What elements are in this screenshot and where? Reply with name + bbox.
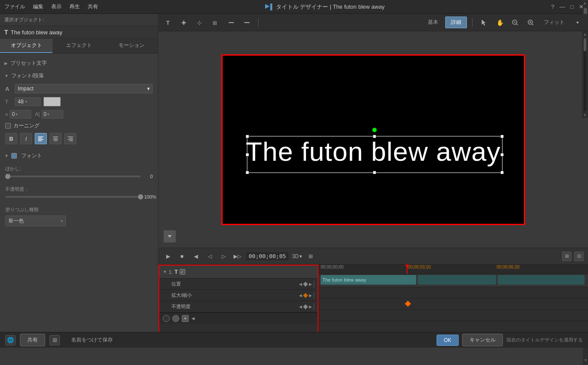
- minimize-button[interactable]: —: [559, 3, 565, 10]
- preview-scroll-thumb[interactable]: [584, 38, 586, 51]
- share-button[interactable]: 共有: [20, 334, 45, 346]
- 3d-mode-toggle[interactable]: 3D ▾: [292, 253, 302, 259]
- preset-section-header[interactable]: ▶ プリセット文字: [0, 57, 158, 70]
- text-tool-button[interactable]: T: [163, 17, 175, 29]
- save-as-button[interactable]: 名前をつけて保存: [64, 334, 120, 346]
- add-object-button[interactable]: ✚: [178, 17, 191, 29]
- menu-file[interactable]: ファイル: [4, 3, 25, 10]
- track-block-ext2[interactable]: [498, 275, 585, 285]
- tool5-button[interactable]: [225, 17, 237, 29]
- window-controls: ? — □ ✕: [551, 3, 584, 10]
- opacity-slider[interactable]: [5, 196, 141, 198]
- svg-text:⊞: ⊞: [213, 20, 217, 26]
- help-button[interactable]: ?: [551, 3, 554, 10]
- track-block-ext1[interactable]: [418, 275, 496, 285]
- select-tool-button[interactable]: [478, 17, 490, 29]
- stop-button[interactable]: ■: [177, 251, 187, 262]
- font-size-control[interactable]: 48 ▾: [15, 97, 41, 106]
- layer-expand-arrow[interactable]: ▼: [163, 269, 169, 274]
- mute-button[interactable]: [172, 315, 179, 322]
- tab-effect[interactable]: エフェクト: [53, 39, 105, 53]
- kerning-checkbox[interactable]: [5, 123, 11, 129]
- copy-icon-button[interactable]: ⊞: [49, 335, 60, 345]
- timecode-display[interactable]: 00;00;00;05: [246, 252, 289, 260]
- prev-frame-button[interactable]: ◀: [191, 251, 201, 262]
- property-opacity: 不透明度 ◀ ▶: [159, 301, 318, 312]
- prop-opacity-diamond[interactable]: [303, 304, 308, 309]
- layer-type-icon: T: [174, 269, 177, 275]
- step-back-button[interactable]: ◁: [204, 251, 215, 262]
- handle-bot-mid[interactable]: [373, 171, 376, 174]
- prop-opacity-right-arrow[interactable]: ▶: [309, 305, 312, 309]
- preview-scroll-down[interactable]: ▼: [583, 112, 587, 118]
- align-right-button[interactable]: [64, 133, 76, 144]
- play-button[interactable]: ▶: [163, 251, 173, 262]
- prop-opacity-left-arrow[interactable]: ◀: [299, 305, 302, 309]
- font2-checkbox[interactable]: [11, 153, 17, 159]
- bold-button[interactable]: B: [5, 133, 17, 144]
- handle-rotation[interactable]: [372, 128, 377, 132]
- tab-motion[interactable]: モーション: [105, 39, 158, 53]
- restore-button[interactable]: □: [570, 3, 574, 10]
- zoom-out-button[interactable]: [509, 17, 521, 29]
- prop-opacity-divider: [314, 303, 314, 310]
- transform-button[interactable]: ⊹: [194, 17, 206, 29]
- align-left-button[interactable]: [35, 133, 47, 144]
- font2-section-header[interactable]: ▼ フォント: [0, 149, 158, 162]
- font-family-dropdown[interactable]: Impact ▾: [15, 84, 153, 93]
- scroll-left-btn[interactable]: ◀: [191, 316, 195, 321]
- handle-top-left[interactable]: [246, 135, 249, 138]
- prop-scale-right-arrow[interactable]: ▶: [309, 293, 312, 298]
- menu-view[interactable]: 表示: [51, 3, 62, 10]
- menu-play[interactable]: 再生: [69, 3, 80, 10]
- opacity-thumb[interactable]: [138, 194, 143, 199]
- cancel-button[interactable]: キャンセル: [462, 334, 503, 346]
- font-section-header[interactable]: ▼ フォント/段落: [0, 70, 158, 82]
- prop-left-arrow[interactable]: ◀: [299, 282, 302, 286]
- italic-button[interactable]: I: [20, 133, 32, 144]
- prop-scale-left-arrow[interactable]: ◀: [299, 293, 302, 298]
- zoom-dropdown-button[interactable]: [572, 17, 584, 29]
- loop-button[interactable]: [163, 315, 170, 322]
- crop-button[interactable]: ⊟: [574, 252, 584, 261]
- prop-scale-diamond[interactable]: [303, 293, 308, 298]
- hand-tool-button[interactable]: ✋: [493, 17, 506, 29]
- blur-thumb[interactable]: [5, 174, 10, 179]
- blur-value: 0: [144, 174, 153, 179]
- menu-share[interactable]: 共有: [88, 3, 98, 10]
- preview-down-button[interactable]: [164, 230, 176, 242]
- step-fwd-button[interactable]: ▷: [218, 251, 229, 262]
- handle-top-mid[interactable]: [373, 135, 376, 138]
- grid-button[interactable]: ⊞: [210, 17, 222, 29]
- track-block-main[interactable]: The futon blew away: [321, 275, 416, 285]
- prop-diamond[interactable]: [303, 282, 308, 286]
- align-center-button[interactable]: [49, 133, 62, 144]
- tab-object[interactable]: オブジェクト: [0, 39, 53, 53]
- preview-scroll-up[interactable]: ▲: [583, 31, 587, 37]
- handle-top-right[interactable]: [500, 135, 504, 138]
- prop-right-arrow[interactable]: ▶: [309, 282, 312, 286]
- handle-mid-right[interactable]: [500, 153, 504, 156]
- blur-slider[interactable]: [5, 176, 141, 177]
- layer-visibility-checkbox[interactable]: ✓: [180, 269, 185, 275]
- tool6-button[interactable]: [241, 17, 253, 29]
- ok-button[interactable]: OK: [437, 335, 459, 346]
- mode-detail-button[interactable]: 詳細: [445, 17, 467, 28]
- handle-bot-left[interactable]: [246, 171, 249, 174]
- fill-type-dropdown[interactable]: 単一色 ▾: [5, 216, 66, 226]
- line-spacing-control[interactable]: 0 ▾: [10, 110, 31, 119]
- globe-icon-button[interactable]: 🌐: [5, 335, 16, 345]
- handle-bot-right[interactable]: [500, 171, 504, 174]
- scale-keyframe-diamond[interactable]: [405, 301, 411, 307]
- add-track-button[interactable]: ⊞: [562, 252, 572, 261]
- char-spacing-control[interactable]: 0 ▾: [42, 110, 63, 119]
- handle-mid-left[interactable]: [246, 153, 249, 156]
- fullscreen-button[interactable]: ⊞: [305, 251, 316, 262]
- add-keyframe-button[interactable]: +: [182, 315, 189, 322]
- preview-scrollbar-right[interactable]: ▲ ▼: [582, 31, 588, 118]
- menu-edit[interactable]: 編集: [33, 3, 43, 10]
- fast-fwd-button[interactable]: ▶▷: [232, 251, 243, 262]
- playhead[interactable]: [407, 265, 407, 274]
- font-color-box[interactable]: [43, 97, 61, 106]
- zoom-in-button[interactable]: [525, 17, 537, 29]
